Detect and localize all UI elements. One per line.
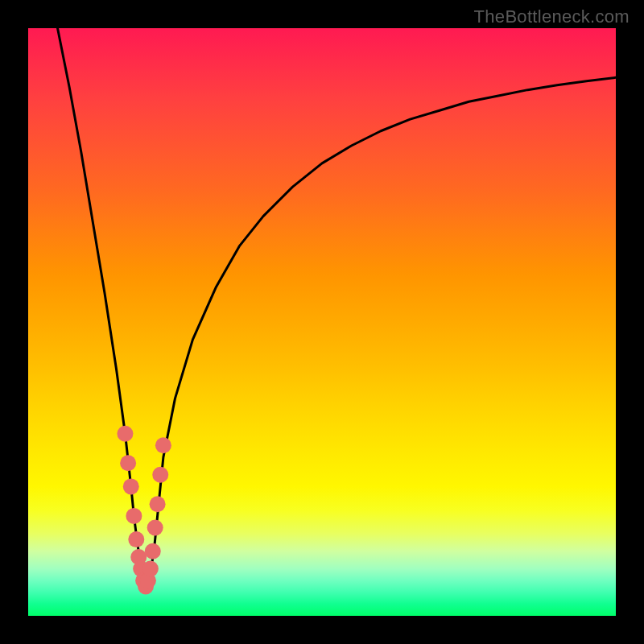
svg-point-12 [147, 520, 163, 536]
svg-point-3 [126, 508, 142, 524]
svg-point-15 [155, 437, 171, 453]
svg-point-0 [117, 426, 133, 442]
svg-point-13 [150, 496, 166, 512]
svg-point-14 [152, 467, 168, 483]
svg-point-7 [135, 572, 151, 588]
svg-point-8 [138, 579, 154, 595]
svg-point-9 [140, 572, 156, 588]
svg-point-2 [123, 478, 139, 494]
svg-point-11 [145, 543, 161, 559]
svg-point-1 [120, 455, 136, 471]
chart-plot-area [28, 28, 616, 616]
svg-point-6 [133, 561, 149, 577]
watermark-text: TheBottleneck.com [474, 6, 630, 27]
svg-point-5 [130, 549, 147, 565]
svg-point-4 [128, 531, 144, 547]
highlight-markers [117, 426, 171, 595]
svg-point-10 [142, 561, 159, 577]
chart-svg [28, 28, 616, 616]
bottleneck-curve [58, 28, 617, 587]
